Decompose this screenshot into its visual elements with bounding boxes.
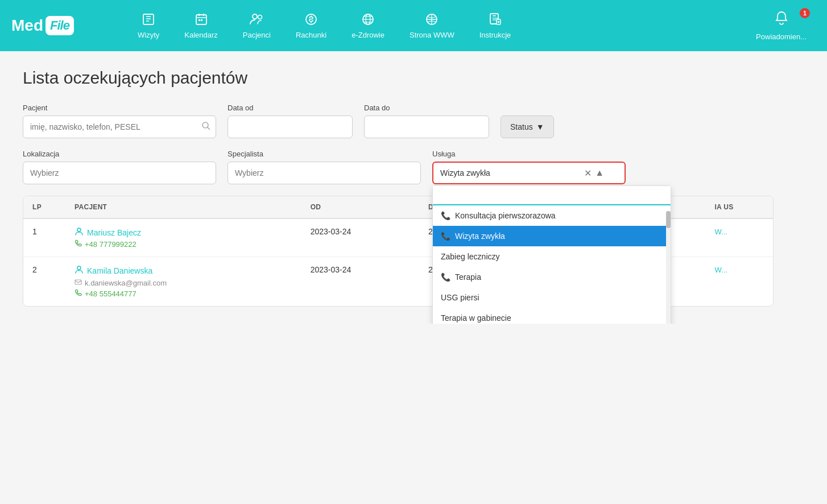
usluga-label: Usługa xyxy=(432,150,626,158)
nav-item-instrukcje[interactable]: Instrukcje xyxy=(467,7,524,45)
row1-patient-name[interactable]: Mariusz Bajecz xyxy=(75,227,292,238)
nav-item-strona-www[interactable]: Strona WWW xyxy=(397,7,467,45)
usluga-option-terapia-label: Terapia xyxy=(455,272,481,282)
filter-status: Status ▼ xyxy=(501,104,554,138)
svg-rect-0 xyxy=(143,14,154,24)
row1-lp: 1 xyxy=(23,218,65,257)
usluga-option-konsultacja-label: Konsultacja pierwszorazowa xyxy=(455,211,556,220)
nav-label-pacjenci: Pacjenci xyxy=(243,31,271,39)
lokalizacja-label: Lokalizacja xyxy=(23,150,216,158)
specjalista-input[interactable] xyxy=(228,162,421,184)
lokalizacja-input[interactable] xyxy=(23,162,216,184)
person-icon-row2 xyxy=(75,265,84,276)
usluga-option-wizyta-zwykla[interactable]: 📞 Wizyta zwykła xyxy=(433,226,671,246)
usluga-option-terapia-gabinet[interactable]: Terapia w gabinecie xyxy=(433,308,671,324)
row1-ia-us: W... xyxy=(705,218,773,257)
svg-rect-31 xyxy=(75,280,81,284)
nav-label-rachunki: Rachunki xyxy=(296,31,326,39)
status-label xyxy=(501,104,554,112)
row2-pacjent: Kamila Daniewska k.daniewska@gmail.com xyxy=(65,257,301,307)
status-button[interactable]: Status ▼ xyxy=(501,115,554,138)
row1-od: 2023-03-24 xyxy=(301,218,419,257)
svg-point-11 xyxy=(258,15,262,19)
phone-icon-konsultacja: 📞 xyxy=(441,211,450,220)
filter-row-2: Lokalizacja Specjalista Usługa Wizyta zw… xyxy=(23,150,774,184)
svg-line-27 xyxy=(208,127,210,130)
email-icon-row2 xyxy=(75,278,82,287)
nav-label-wizyty: Wizyty xyxy=(138,31,159,39)
pacjent-search-wrapper xyxy=(23,115,216,138)
data-do-input[interactable] xyxy=(364,115,489,138)
nav-item-wizyty[interactable]: Wizyty xyxy=(125,7,172,45)
instrukcje-icon xyxy=(489,13,502,28)
usluga-controls: ✕ ▲ xyxy=(584,168,604,179)
status-chevron-icon: ▼ xyxy=(536,122,544,131)
row2-patient-email: k.daniewska@gmail.com xyxy=(75,278,292,287)
col-header-ia-us: IA US xyxy=(705,196,773,218)
data-od-label: Data od xyxy=(228,104,353,112)
svg-rect-8 xyxy=(199,19,200,21)
svg-point-28 xyxy=(77,228,81,232)
row1-action-link[interactable]: W... xyxy=(714,228,727,236)
nav-label-ezdrowie: e-Zdrowie xyxy=(352,31,384,39)
phone-icon-wizyta: 📞 xyxy=(441,232,450,241)
pacjent-label: Pacjent xyxy=(23,104,216,112)
logo-box: File xyxy=(46,16,74,35)
nav-item-kalendarz[interactable]: Kalendarz xyxy=(172,7,230,45)
usluga-option-terapia[interactable]: 📞 Terapia xyxy=(433,267,671,287)
row1-pacjent: Mariusz Bajecz +48 777999222 xyxy=(65,218,301,257)
usluga-clear-icon[interactable]: ✕ xyxy=(584,168,592,179)
usluga-option-wizyta-zwykla-label: Wizyta zwykła xyxy=(455,232,505,241)
nav-item-ezdrowie[interactable]: e-Zdrowie xyxy=(339,7,397,45)
usluga-select[interactable]: Wizyta zwykła ✕ ▲ xyxy=(432,162,626,184)
usluga-option-terapia-gabinet-label: Terapia w gabinecie xyxy=(441,313,511,323)
nav-item-rachunki[interactable]: Rachunki xyxy=(283,7,339,45)
usluga-dropdown: 📞 Konsultacja pierwszorazowa 📞 Wizyta zw… xyxy=(432,185,671,324)
header: Med File Wizyty Kalendarz Pacjenci xyxy=(0,0,827,51)
logo: Med File xyxy=(11,16,102,35)
specjalista-label: Specjalista xyxy=(228,150,421,158)
usluga-option-konsultacja[interactable]: 📞 Konsultacja pierwszorazowa xyxy=(433,205,671,226)
usluga-selected-value: Wizyta zwykła xyxy=(440,168,584,177)
scrollbar-thumb xyxy=(666,211,671,228)
filter-data-do: Data do xyxy=(364,104,489,138)
col-header-od: OD xyxy=(301,196,419,218)
usluga-option-zabieg[interactable]: Zabieg leczniczy xyxy=(433,246,671,267)
main-content: Lista oczekujących pacjentów Pacjent Dat… xyxy=(0,51,796,324)
notifications-button[interactable]: 1 Powiadomien... xyxy=(747,5,816,47)
row2-patient-name[interactable]: Kamila Daniewska xyxy=(75,265,292,276)
ezdrowie-icon xyxy=(361,13,375,28)
filter-pacjent: Pacjent xyxy=(23,104,216,138)
data-do-label: Data do xyxy=(364,104,489,112)
kalendarz-icon xyxy=(195,13,208,28)
search-icon xyxy=(201,121,210,133)
row2-od: 2023-03-24 xyxy=(301,257,419,307)
usluga-search-input[interactable] xyxy=(433,186,671,205)
filter-data-od: Data od xyxy=(228,104,353,138)
header-right: 1 Powiadomien... xyxy=(747,5,816,47)
usluga-options-list: 📞 Konsultacja pierwszorazowa 📞 Wizyta zw… xyxy=(433,205,671,324)
phone-icon-row1 xyxy=(75,239,82,249)
nav-item-pacjenci[interactable]: Pacjenci xyxy=(230,7,283,45)
logo-box-text: File xyxy=(50,18,69,33)
usluga-chevron-icon[interactable]: ▲ xyxy=(595,168,604,178)
usluga-option-usg-label: USG piersi xyxy=(441,293,479,302)
notification-badge: 1 xyxy=(800,8,810,18)
col-header-pacjent: PACJENT xyxy=(65,196,301,218)
data-od-input[interactable] xyxy=(228,115,353,138)
logo-word: Med xyxy=(11,16,43,35)
filter-specjalista: Specjalista xyxy=(228,150,421,184)
dropdown-scrollbar[interactable] xyxy=(666,211,671,324)
filter-lokalizacja: Lokalizacja xyxy=(23,150,216,184)
phone-icon-terapia: 📞 xyxy=(441,272,450,282)
status-button-label: Status xyxy=(510,122,533,131)
row2-action-link[interactable]: W... xyxy=(714,266,727,274)
pacjenci-icon xyxy=(249,13,264,28)
usluga-option-usg[interactable]: USG piersi xyxy=(433,287,671,308)
row2-ia-us: W... xyxy=(705,257,773,307)
svg-point-10 xyxy=(253,14,257,19)
pacjent-input[interactable] xyxy=(23,115,216,138)
notifications-label: Powiadomien... xyxy=(756,32,807,41)
nav-label-kalendarz: Kalendarz xyxy=(184,31,218,39)
row2-patient-phone: +48 555444777 xyxy=(75,289,292,298)
